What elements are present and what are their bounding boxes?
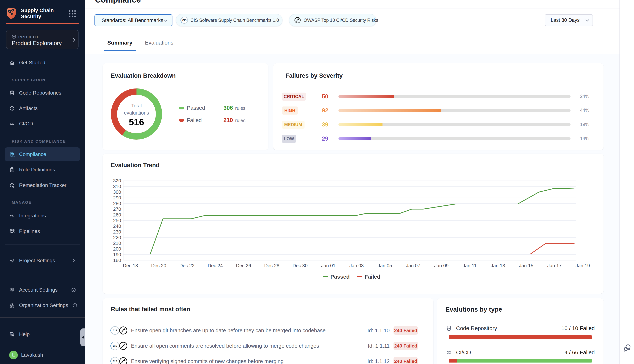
rule-standard-icons: CIS: [111, 356, 131, 364]
passed-dash-icon: [323, 276, 328, 277]
project-box-icon: [11, 34, 17, 39]
tab-summary[interactable]: Summary: [107, 40, 132, 46]
sidebar-item-label: Organization Settings: [19, 302, 68, 308]
sidebar-item-integrations[interactable]: Integrations: [5, 210, 80, 222]
severity-bar-fill: [339, 123, 383, 126]
info-icon[interactable]: [71, 288, 76, 292]
svg-text:280: 280: [113, 201, 121, 206]
trend-legend-passed: Passed: [323, 274, 350, 280]
project-chevron-right-icon: [71, 37, 77, 42]
sidebar-item-label: Integrations: [19, 213, 46, 219]
svg-text:260: 260: [113, 212, 121, 218]
svg-text:Dec 24: Dec 24: [208, 263, 223, 268]
sidebar-item-remediation-tracker[interactable]: Remediation Tracker: [5, 180, 80, 191]
sidebar-item-artifacts[interactable]: Artifacts: [5, 102, 80, 114]
rules-failed-title: Rules that failed most often: [111, 306, 190, 313]
rule-id: Id: 1.1.11: [360, 343, 390, 349]
svg-text:320: 320: [113, 178, 121, 184]
content-area: Evaluation Breakdown Total evaluations 5…: [85, 54, 619, 364]
brand-name: Supply Chain Security: [21, 7, 54, 20]
bytype-value: 4 / 66 Failed: [564, 349, 595, 356]
svg-text:Jan 15: Jan 15: [519, 263, 533, 268]
passed-label: Passed: [187, 105, 205, 111]
card-evaluation-breakdown: Evaluation Breakdown Total evaluations 5…: [103, 64, 268, 150]
standards-filter-dropdown[interactable]: Standards: All Benchmarks: [95, 14, 172, 26]
rule-id: Id: 1.1.10: [360, 328, 390, 334]
sidebar-item-label: Rule Definitions: [19, 167, 55, 173]
sidebar-item-label: Artifacts: [19, 106, 38, 111]
sidebar-item-label: Help: [19, 332, 30, 337]
bytype-bar: [449, 336, 592, 339]
svg-text:Jan 09: Jan 09: [434, 263, 449, 268]
passed-value: 306rules: [223, 105, 245, 111]
project-name: Product Exploratory: [12, 40, 62, 46]
sidebar-item-organization-settings[interactable]: Organization Settings: [5, 300, 80, 311]
brand-shield-logo: [6, 7, 17, 20]
chevron-down-icon: [164, 18, 167, 22]
chip-cis-benchmark[interactable]: CIS CIS Software Supply Chain Benchmarks…: [176, 14, 282, 26]
trend-legend: Passed Failed: [323, 274, 381, 280]
sidebar-user[interactable]: L Lavakush: [5, 349, 80, 361]
svg-text:Jan 17: Jan 17: [547, 263, 561, 268]
passed-pill-icon: [179, 107, 184, 110]
header-divider: [85, 8, 619, 8]
date-range-select[interactable]: Last 30 Days: [545, 14, 593, 26]
failed-value: 210rules: [223, 117, 245, 124]
svg-text:Jan 05: Jan 05: [378, 263, 392, 268]
severity-count: 92: [322, 106, 328, 114]
sidebar-section-manage: MANAGE: [12, 200, 32, 204]
sidebar-item-project-settings[interactable]: Project Settings: [5, 255, 80, 266]
user-avatar: L: [9, 351, 18, 360]
sidebar-collapse-handle[interactable]: [80, 328, 85, 346]
rule-row[interactable]: CISEnsure open git branches are up to da…: [111, 323, 425, 338]
sidebar-item-ci-cd[interactable]: CI/CD: [5, 118, 80, 130]
sidebar-item-label: Get Started: [19, 60, 45, 66]
svg-text:270: 270: [113, 206, 121, 212]
card-failures-by-severity: Failures by Severity CRITICAL5024%HIGH92…: [273, 64, 603, 150]
sidebar-section-risk-and-compliance: RISK AND COMPLIANCE: [12, 139, 66, 144]
tab-evaluations[interactable]: Evaluations: [145, 40, 173, 46]
sidebar-item-label: Compliance: [19, 152, 46, 157]
sidebar-item-code-repositories[interactable]: Code Repositories: [5, 87, 80, 99]
rule-standard-icons: CIS: [111, 341, 131, 350]
severity-bar-fill: [339, 137, 371, 140]
page-title: Compliance: [95, 0, 141, 4]
card-rules-failed-most: Rules that failed most often CISEnsure o…: [103, 298, 433, 364]
sidebar-item-help[interactable]: ? Help: [5, 328, 80, 340]
repo-icon: [9, 90, 15, 96]
severity-percent: 14%: [567, 136, 589, 141]
card-evalutions-by-type: Evalutions by type Code Repository10 / 1…: [437, 298, 603, 364]
active-tab-underline: [104, 50, 136, 51]
standards-filter-label: Standards: All Benchmarks: [102, 18, 163, 23]
feedback-chat-icon[interactable]: [623, 344, 631, 352]
user-name: Lavakush: [21, 352, 43, 358]
evalutions-by-type-title: Evalutions by type: [445, 306, 502, 313]
rule-row[interactable]: CISEnsure all open comments are resolved…: [111, 338, 425, 354]
owasp-logo-icon: [119, 326, 128, 335]
svg-text:Dec 20: Dec 20: [151, 263, 166, 268]
legend-passed: Passed: [179, 105, 205, 111]
svg-text:310: 310: [113, 184, 121, 189]
sidebar-item-get-started[interactable]: Get Started: [5, 57, 80, 68]
rule-row[interactable]: CISEnsure verifying signed commits of ne…: [111, 354, 425, 364]
sidebar-item-label: Code Repositories: [19, 90, 61, 96]
severity-bar-track: [339, 95, 570, 98]
chip-owasp[interactable]: OWASP Top 10 CI/CD Security Risks: [289, 14, 377, 26]
svg-text:Dec 30: Dec 30: [292, 263, 307, 268]
svg-text:300: 300: [113, 189, 121, 195]
legend-failed: Failed: [179, 117, 202, 123]
rule-text: Ensure verifying signed commits of new c…: [131, 358, 284, 364]
sidebar-item-account-settings[interactable]: Account Settings: [5, 284, 80, 296]
project-switcher[interactable]: PROJECT Product Exploratory: [6, 30, 79, 49]
info-icon[interactable]: [72, 303, 77, 308]
severity-row-medium: MEDIUM3919%: [273, 120, 603, 129]
sidebar-item-pipelines[interactable]: Pipelines: [5, 226, 80, 237]
app-grid-icon[interactable]: [69, 10, 76, 17]
svg-text:180: 180: [113, 258, 121, 263]
layers-icon: [9, 287, 15, 293]
sidebar-item-compliance[interactable]: Compliance: [5, 147, 80, 161]
failed-pill-icon: [179, 119, 184, 122]
sidebar-item-rule-definitions[interactable]: Rule Definitions: [5, 164, 80, 176]
svg-text:230: 230: [113, 229, 121, 234]
sidebar-divider-1: [5, 244, 80, 245]
